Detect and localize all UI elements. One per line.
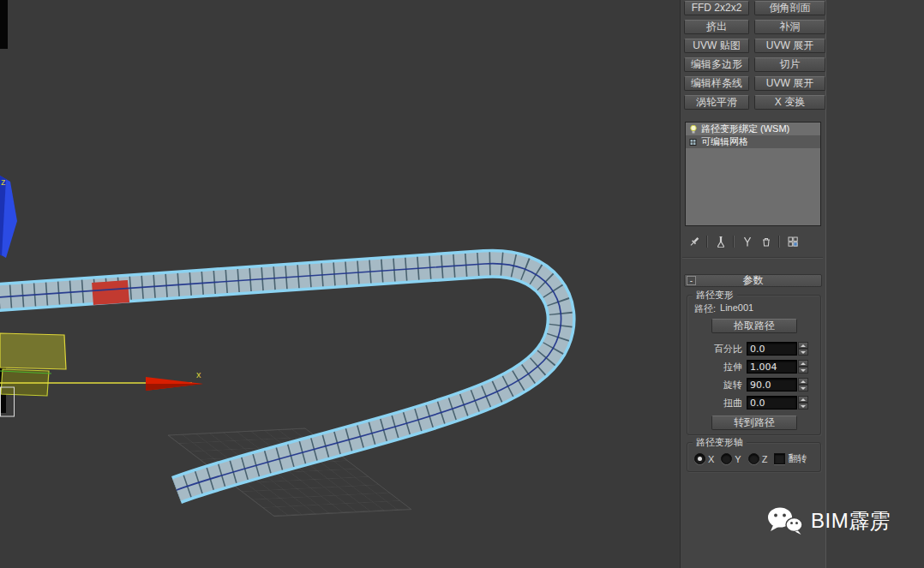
modifier-button-x-transform[interactable]: X 变换 [754,95,825,110]
flip-checkbox[interactable] [774,453,785,464]
twist-spinner[interactable] [798,396,808,410]
remove-modifier-icon[interactable] [758,235,774,249]
param-label: 旋转 [693,379,742,392]
axis-z-label: z [1,176,6,187]
axis-options-row: X Y Z 翻转 [694,452,807,465]
modifier-button-unwrap-uvw-2[interactable]: UVW 展开 [754,76,825,91]
modifier-button-uvw-map[interactable]: UVW 贴图 [684,39,749,53]
stack-item-path-deform-wsm[interactable]: 路径变形绑定 (WSM) [686,123,820,135]
path-value: Line001 [720,302,753,315]
modifier-button-turbosmooth[interactable]: 涡轮平滑 [684,95,749,110]
param-row-stretch: 拉伸 [693,360,808,374]
twist-input[interactable] [747,396,797,410]
radio-label-x: X [708,454,714,464]
rollout-title: 参数 [743,274,764,286]
rollout-collapse-icon[interactable]: - [687,276,696,285]
stack-item-label: 路径变形绑定 (WSM) [701,123,789,135]
group-label: 路径变形 [693,290,737,300]
modifier-button-cap-holes[interactable]: 补洞 [754,20,825,34]
path-label: 路径: [694,302,716,315]
stack-item-label: 可编辑网格 [701,135,748,148]
toolbar-separator [706,236,708,248]
group-path-deform: 路径变形 路径: Line001 拾取路径 百分比 拉伸 旋转 [687,295,821,435]
flip-label: 翻转 [788,452,807,465]
modifier-button-ffd[interactable]: FFD 2x2x2 [684,1,749,15]
group-path-deform-axis: 路径变形轴 X Y Z 翻转 [687,442,821,472]
stretch-input[interactable] [747,360,797,374]
param-label: 拉伸 [693,361,742,374]
rollout-parameters[interactable]: - 参数 [684,274,822,287]
modifier-button-edit-poly[interactable]: 编辑多边形 [684,57,749,72]
screen: z x FFD 2x2x2 倒角剖面 挤出 补洞 [0,0,924,568]
axis-x-label: x [196,369,201,380]
percent-spinner[interactable] [798,342,808,356]
mesh-icon [689,138,698,146]
wechat-watermark: BIM霹雳 [767,506,891,535]
modifier-button-unwrap-uvw[interactable]: UVW 展开 [754,39,825,53]
selected-segment [93,291,129,294]
make-unique-icon[interactable] [739,235,755,249]
radio-axis-y[interactable] [721,453,732,464]
panel-divider [682,257,823,259]
wechat-icon [767,506,803,535]
show-end-result-icon[interactable] [712,235,729,249]
param-label: 百分比 [693,343,742,356]
edge-strip [0,0,8,49]
configure-modifier-sets-icon[interactable] [784,235,801,249]
rotation-input[interactable] [747,378,797,392]
path-name-row: 路径: Line001 [694,302,753,315]
rotation-spinner[interactable] [798,378,808,392]
modifier-button-extrude[interactable]: 挤出 [684,20,749,34]
group-label: 路径变形轴 [693,437,747,447]
param-row-twist: 扭曲 [693,396,808,410]
radio-label-y: Y [735,454,741,464]
stack-toolbar [686,234,821,249]
stretch-spinner[interactable] [798,360,808,374]
pin-stack-icon[interactable] [686,235,702,249]
pick-path-button[interactable]: 拾取路径 [711,319,797,333]
param-label: 扭曲 [693,397,742,410]
toolbar-separator [733,236,735,248]
command-panel: FFD 2x2x2 倒角剖面 挤出 补洞 UVW 贴图 UVW 展开 编辑多边形… [680,0,825,568]
percent-input[interactable] [747,342,797,356]
viewport-3d[interactable]: z x [0,0,680,568]
lightbulb-icon [689,124,698,135]
modifier-button-slice[interactable]: 切片 [754,57,825,72]
goto-path-button[interactable]: 转到路径 [711,416,797,430]
right-gutter [825,0,924,568]
watermark-brand: BIM霹雳 [811,507,891,535]
radio-label-z: Z [762,454,768,464]
param-row-percent: 百分比 [693,342,808,356]
modifier-button-bevel-profile[interactable]: 倒角剖面 [754,1,825,15]
radio-axis-x[interactable] [694,453,705,464]
toolbar-separator [778,236,780,248]
modifier-button-edit-spline[interactable]: 编辑样条线 [684,76,749,91]
radio-axis-z[interactable] [748,453,759,464]
param-row-rotation: 旋转 [693,378,808,392]
modifier-button-grid: FFD 2x2x2 倒角剖面 挤出 补洞 UVW 贴图 UVW 展开 编辑多边形… [681,1,825,110]
modifier-stack-list: 路径变形绑定 (WSM) 可编辑网格 [685,122,821,226]
stack-item-editable-mesh[interactable]: 可编辑网格 [686,135,820,148]
